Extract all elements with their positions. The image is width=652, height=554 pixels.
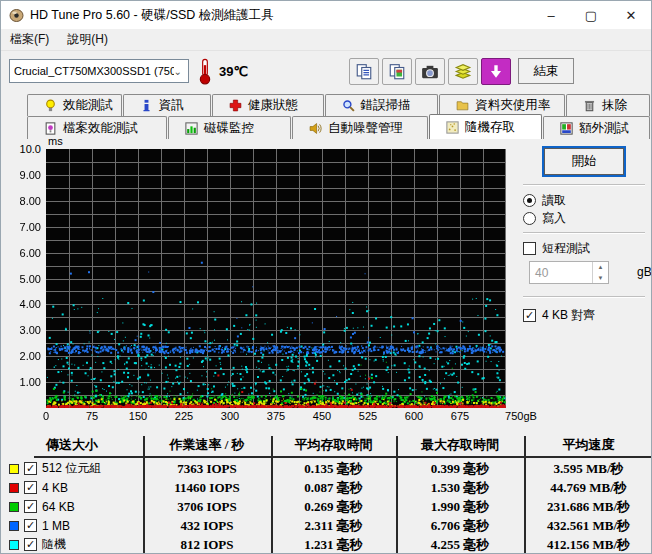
series-4kb-checkbox[interactable]: ✓ [24,481,37,494]
separator [523,232,645,234]
x-tick-label: 525 [345,410,391,422]
stepper-down-icon[interactable]: ▼ [593,273,608,284]
stepper-up-icon[interactable]: ▲ [593,262,608,273]
short-stroke-row[interactable]: 短程測試 [523,240,590,257]
short-stroke-checkbox[interactable] [523,242,536,255]
capacity-unit-label: gB [637,265,652,279]
series-random-checkbox[interactable]: ✓ [24,538,37,551]
separator [523,184,645,186]
write-radio-row[interactable]: 寫入 [523,210,566,227]
table-row: ✓512 位元組 7363 IOPS 0.135 毫秒 0.399 毫秒 3.5… [1,459,652,478]
series-color-swatch [9,483,19,493]
x-tick-label: 300 [207,410,253,422]
write-radio[interactable] [523,212,536,225]
copy-text-icon [355,63,373,81]
info-icon [140,99,153,112]
random-access-icon [446,121,459,134]
y-tick-label: 4.00 [7,298,41,310]
temperature-value: 39℃ [219,64,248,79]
series-color-swatch [9,521,19,531]
x-tick-label: 750gB [498,410,544,422]
chevron-down-icon: ⌄ [174,66,184,77]
y-tick-label: 9.00 [7,169,41,181]
read-radio-label: 讀取 [542,192,566,209]
x-tick-label: 75 [69,410,115,422]
random-access-chart [46,149,506,408]
y-tick-label: 10.0 [7,143,41,155]
y-tick-label: 1.00 [7,376,41,388]
maximize-button[interactable]: ▢ [571,1,611,29]
x-tick-label: 450 [299,410,345,422]
camera-icon [421,63,439,81]
x-tick-label: 0 [23,410,69,422]
menu-bar: 檔案(F) 說明(H) [1,29,651,51]
drive-select-value: Crucial_CT750MX300SSD1 (750 gB) [14,65,174,77]
short-stroke-size-value: 40 [530,262,592,283]
title-bar: HD Tune Pro 5.60 - 硬碟/SSD 檢測維護工具 – ▢ ✕ [1,1,651,29]
tab-erase[interactable]: 抹除 [566,94,650,116]
copy-image-icon [388,63,406,81]
read-radio[interactable] [523,194,536,207]
tab-folder-usage[interactable]: 資料夾使用率 [439,94,565,116]
y-axis-unit: ms [48,135,63,147]
x-tick-label: 600 [391,410,437,422]
start-button[interactable]: 開始 [544,148,624,175]
tab-extra-tests[interactable]: 額外測試 [543,116,650,139]
minimize-button[interactable]: – [531,1,571,29]
separator [523,296,645,298]
short-stroke-size-stepper[interactable]: 40 ▲ ▼ [529,261,609,284]
download-button[interactable] [481,58,511,85]
close-button[interactable]: ✕ [611,1,651,29]
y-tick-label: 3.00 [7,324,41,336]
trash-icon [583,99,596,112]
tab-benchmark[interactable]: 效能測試 [27,94,122,116]
save-results-icon [454,63,472,81]
folder-icon [456,99,469,112]
disk-monitor-icon [185,122,198,135]
download-arrow-icon [487,63,505,81]
x-tick-label: 150 [115,410,161,422]
read-radio-row[interactable]: 讀取 [523,192,566,209]
series-color-swatch [9,464,19,474]
table-row: ✓4 KB 11460 IOPS 0.087 毫秒 1.530 毫秒 44.76… [1,478,652,497]
tab-aam[interactable]: 自動噪聲管理 [292,116,428,139]
series-512b-checkbox[interactable]: ✓ [24,462,37,475]
speaker-icon [309,122,322,135]
x-tick-label: 375 [253,410,299,422]
save-results-button[interactable] [448,58,478,85]
series-color-swatch [9,540,19,550]
tab-disk-monitor[interactable]: 磁碟監控 [168,116,291,139]
y-tick-label: 6.00 [7,247,41,259]
hdtune-window: HD Tune Pro 5.60 - 硬碟/SSD 檢測維護工具 – ▢ ✕ 檔… [0,0,652,554]
results-table: 傳送大小 作業速率 / 秒 平均存取時間 最大存取時間 平均速度 ✓512 位元… [1,434,652,554]
tab-info[interactable]: 資訊 [123,94,211,116]
extra-tests-icon [560,122,573,135]
series-64kb-checkbox[interactable]: ✓ [24,500,37,513]
drive-select[interactable]: Crucial_CT750MX300SSD1 (750 gB) ⌄ [9,59,189,83]
lightbulb-icon [44,99,57,112]
menu-help[interactable]: 說明(H) [58,31,117,48]
toolbar: Crucial_CT750MX300SSD1 (750 gB) ⌄ 39℃ [1,51,651,93]
tab-row-2: 檔案效能測試 磁碟監控 自動噪聲管理 隨機存取 額外測試 [1,116,651,139]
align-row[interactable]: ✓ 4 KB 對齊 [523,307,595,324]
menu-file[interactable]: 檔案(F) [1,31,58,48]
align-4kb-checkbox[interactable]: ✓ [523,309,536,322]
series-1mb-checkbox[interactable]: ✓ [24,519,37,532]
window-title: HD Tune Pro 5.60 - 硬碟/SSD 檢測維護工具 [30,7,274,24]
tab-error-scan[interactable]: 錯誤掃描 [325,94,439,116]
tab-row-1: 效能測試 資訊 健康狀態 錯誤掃描 資料夾使用率 抹除 [1,94,651,116]
tab-random-access[interactable]: 隨機存取 [429,114,542,139]
y-tick-label: 8.00 [7,195,41,207]
copy-image-button[interactable] [382,58,412,85]
exit-button[interactable]: 結束 [518,58,574,84]
series-color-swatch [9,502,19,512]
short-stroke-label: 短程測試 [542,240,590,257]
thermometer-icon [197,57,213,85]
write-radio-label: 寫入 [542,210,566,227]
copy-text-button[interactable] [349,58,379,85]
table-row: ✓64 KB 3706 IOPS 0.269 毫秒 1.990 毫秒 231.6… [1,497,652,516]
table-row: ✓1 MB 432 IOPS 2.311 毫秒 6.706 毫秒 432.561… [1,516,652,535]
tab-health[interactable]: 健康狀態 [212,94,324,116]
results-table-header: 傳送大小 作業速率 / 秒 平均存取時間 最大存取時間 平均速度 [1,436,652,456]
screenshot-button[interactable] [415,58,445,85]
